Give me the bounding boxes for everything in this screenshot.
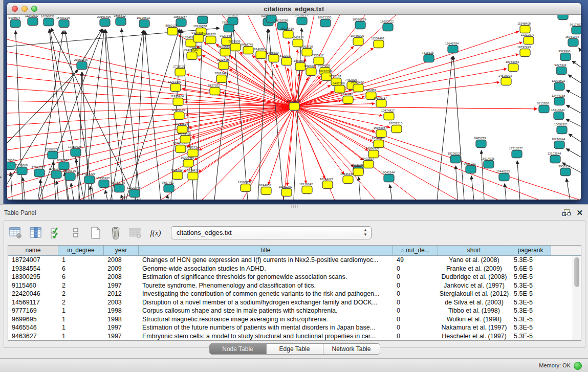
cell-in_degree[interactable]: 6 <box>58 265 104 273</box>
column-header-out_de[interactable]: △out_de... <box>393 246 438 256</box>
column-header-year[interactable]: year <box>104 246 139 256</box>
graph-node[interactable]: 8860128 <box>165 24 178 35</box>
cell-title[interactable]: Estimation of significance thresholds fo… <box>139 273 393 281</box>
graph-node[interactable]: 12668352 <box>238 181 252 192</box>
table-selector-dropdown[interactable]: citations_edges.txt ▲▼ <box>171 226 372 239</box>
show-columns-icon[interactable] <box>48 225 63 240</box>
table-row[interactable]: 1830029562008Estimation of significance … <box>8 273 581 281</box>
graph-node[interactable]: 7515525 <box>422 51 434 62</box>
table-row[interactable]: 911546021997Tourette syndrome. Phenomeno… <box>8 281 581 290</box>
cell-name[interactable]: 9115460 <box>8 281 58 290</box>
cell-name[interactable]: 9699695 <box>8 315 58 324</box>
cell-title[interactable]: Corpus callosum shape and size in male p… <box>139 307 393 315</box>
vertical-scrollbar[interactable] <box>573 256 581 340</box>
cell-title[interactable]: Embryonic stem cells: a model to study s… <box>139 332 393 341</box>
graph-node[interactable]: 2718129 <box>173 65 185 76</box>
cell-out_de[interactable]: 0 <box>393 323 438 332</box>
graph-node[interactable]: 16296832 <box>41 15 55 26</box>
cell-year[interactable]: 2008 <box>104 273 139 281</box>
cell-out_de[interactable]: 0 <box>393 281 438 290</box>
graph-node[interactable]: 16958107 <box>96 177 110 188</box>
table-row[interactable]: 1938455462009Genome-wide association stu… <box>8 265 581 273</box>
graph-node[interactable]: 9950354 <box>558 165 571 176</box>
delete-table-icon[interactable] <box>128 225 143 240</box>
cell-year[interactable]: 1998 <box>104 315 139 324</box>
cell-name[interactable]: 9465546 <box>8 323 58 332</box>
tab-network-table[interactable]: Network Table <box>323 344 380 354</box>
cell-short[interactable]: Tibbo et al. (1998) <box>438 307 510 315</box>
cell-title[interactable]: Changes of HCN gene expression and I(f) … <box>139 256 393 265</box>
cell-pagerank[interactable]: 5.3E-5 <box>510 281 551 290</box>
graph-node[interactable]: 22420046 <box>184 49 198 60</box>
delete-column-icon[interactable] <box>108 225 123 240</box>
graph-node[interactable]: 15352292 <box>279 185 293 196</box>
cell-title[interactable]: Estimation of the future numbers of pati… <box>139 323 393 332</box>
table-row[interactable]: 969969511998Structural magnetic resonanc… <box>8 315 581 324</box>
graph-node[interactable]: 6497568 <box>333 82 345 93</box>
graph-node[interactable]: 12103544 <box>548 152 561 163</box>
cell-short[interactable]: Franke et al. (2009) <box>438 265 510 273</box>
cell-year[interactable]: 1997 <box>104 332 139 341</box>
graph-node[interactable]: 16671355 <box>318 16 332 27</box>
graph-node[interactable]: 19737493 <box>517 46 531 57</box>
graph-node[interactable]: 11548408 <box>517 22 531 33</box>
graph-node[interactable]: 9329966 <box>558 50 571 61</box>
cell-name[interactable]: 18300295 <box>8 273 58 281</box>
graph-node[interactable]: 16164227 <box>320 178 334 189</box>
cell-in_degree[interactable]: 1 <box>58 315 104 324</box>
column-header-short[interactable]: short <box>438 246 510 256</box>
cell-title[interactable]: Investigating the contribution of common… <box>139 290 393 298</box>
cell-in_degree[interactable]: 1 <box>58 323 104 332</box>
network-window-titlebar[interactable]: citations_edges.txt <box>7 3 581 15</box>
float-window-icon[interactable] <box>562 209 570 216</box>
column-header-pagerank[interactable]: pagerank <box>510 246 551 256</box>
tab-node-table[interactable]: Node Table <box>210 344 267 354</box>
citation-graph[interactable]: 9405574112425321629683215701239206914069… <box>7 15 581 200</box>
graph-node[interactable]: 10210644 <box>552 138 565 149</box>
column-header-title[interactable]: title <box>139 246 393 256</box>
function-builder-icon[interactable]: f(x) <box>148 225 163 240</box>
graph-node[interactable]: 11254493 <box>371 37 385 48</box>
graph-node[interactable]: 10465929 <box>351 34 364 46</box>
cell-short[interactable]: Yano et al. (2008) <box>438 256 510 265</box>
graph-node[interactable]: 11156869 <box>14 164 28 175</box>
cell-in_degree[interactable]: 1 <box>58 307 104 315</box>
graph-node[interactable]: 9242848 <box>216 58 229 70</box>
cell-out_de[interactable]: 0 <box>393 265 438 273</box>
select-column-icon[interactable] <box>28 225 43 240</box>
graph-node[interactable]: 9617602 <box>570 23 581 34</box>
cell-out_de[interactable]: 0 <box>393 298 438 307</box>
graph-node[interactable]: 16210643 <box>551 108 565 120</box>
graph-node[interactable]: 15701239 <box>56 16 70 28</box>
cell-pagerank[interactable]: 5.3E-5 <box>510 298 551 307</box>
graph-node[interactable]: 8215958 <box>537 102 549 113</box>
tab-edge-table[interactable]: Edge Table <box>267 344 323 354</box>
cell-out_de[interactable]: 0 <box>393 307 438 315</box>
cell-year[interactable]: 2008 <box>104 256 139 265</box>
cell-year[interactable]: 1997 <box>104 323 139 332</box>
cell-pagerank[interactable]: 5.5E-5 <box>510 290 551 298</box>
graph-node[interactable]: 12213393 <box>168 80 182 92</box>
graph-node[interactable]: 14982224 <box>185 146 199 157</box>
cell-year[interactable]: 2003 <box>104 298 139 307</box>
cell-year[interactable]: 2012 <box>104 290 139 298</box>
graph-node[interactable]: 12923448 <box>127 186 141 198</box>
cell-short[interactable]: Jankovic et al. (1997) <box>438 281 510 290</box>
cell-pagerank[interactable]: 5.3E-5 <box>510 256 551 265</box>
cell-title[interactable]: Tourette syndrome. Phenomenology and cla… <box>139 281 393 290</box>
cell-pagerank[interactable]: 5.6E-5 <box>510 265 551 273</box>
cell-in_degree[interactable]: 2 <box>58 290 104 298</box>
graph-node[interactable]: 2803144 <box>214 72 227 83</box>
graph-node[interactable]: 9856321 <box>464 162 476 173</box>
graph-node[interactable]: 7955812 <box>312 54 324 65</box>
graph-node[interactable]: 8186328 <box>204 33 216 44</box>
graph-node[interactable]: 17615059 <box>555 15 569 20</box>
table-row[interactable]: 2242004622012Investigating the contribut… <box>8 290 581 298</box>
graph-node[interactable]: 21053346 <box>74 58 88 70</box>
cell-year[interactable]: 1998 <box>104 307 139 315</box>
cell-pagerank[interactable]: 5.3E-5 <box>510 332 551 341</box>
graph-node[interactable]: 9146821 <box>254 48 266 59</box>
graph-node[interactable]: 15751074 <box>565 35 579 47</box>
graph-node[interactable]: 16653722 <box>380 20 394 31</box>
cell-in_degree[interactable]: 2 <box>58 281 104 290</box>
